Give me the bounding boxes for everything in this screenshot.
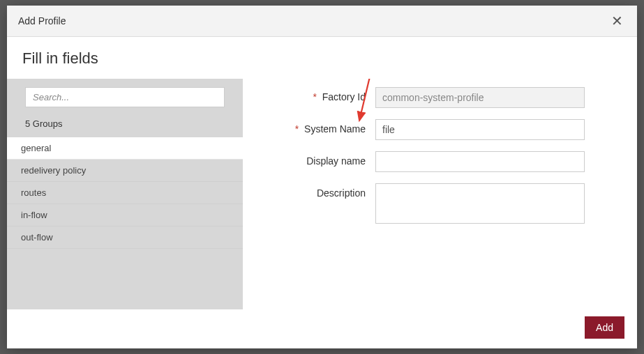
form-row-factory-id: * Factory Id (250, 87, 616, 108)
sidebar-item-routes[interactable]: routes (7, 182, 243, 204)
modal-header: Add Profile ✕ (7, 6, 637, 37)
groups-count: 5 Groups (7, 114, 243, 137)
form-area: * Factory Id * System Name Display name (243, 79, 637, 309)
modal-title: Add Profile (18, 15, 66, 26)
close-button[interactable]: ✕ (608, 14, 626, 28)
modal-body: Fill in fields 5 Groups general redelive… (7, 37, 637, 309)
sidebar-item-label: general (21, 143, 51, 153)
content-row: 5 Groups general redelivery policy route… (7, 79, 637, 309)
sidebar-item-label: out-flow (21, 232, 53, 243)
add-profile-modal: Add Profile ✕ Fill in fields 5 Groups ge… (7, 6, 637, 348)
label-text: System Name (304, 123, 366, 134)
description-input[interactable] (375, 183, 585, 224)
factory-id-input (375, 87, 585, 108)
add-button[interactable]: Add (585, 316, 624, 339)
required-asterisk: * (295, 123, 299, 134)
field-label: Description (250, 183, 375, 199)
search-wrap (7, 79, 243, 114)
sidebar-item-out-flow[interactable]: out-flow (7, 226, 243, 249)
field-label: * System Name (250, 119, 375, 134)
system-name-input[interactable] (375, 119, 585, 140)
sidebar-item-general[interactable]: general (7, 137, 243, 160)
field-label: Display name (250, 151, 375, 167)
sidebar-item-in-flow[interactable]: in-flow (7, 204, 243, 226)
label-text: Description (317, 187, 366, 199)
label-text: Factory Id (322, 91, 366, 102)
sidebar-item-redelivery-policy[interactable]: redelivery policy (7, 160, 243, 182)
field-label: * Factory Id (250, 87, 375, 102)
form-row-system-name: * System Name (250, 119, 616, 140)
modal-footer: Add (7, 309, 637, 348)
search-input[interactable] (25, 87, 225, 107)
display-name-input[interactable] (375, 151, 585, 172)
close-icon: ✕ (611, 13, 623, 29)
form-row-description: Description (250, 183, 616, 224)
required-asterisk: * (313, 91, 316, 102)
section-title: Fill in fields (7, 37, 637, 79)
form-row-display-name: Display name (250, 151, 616, 172)
label-text: Display name (306, 155, 366, 167)
sidebar-item-label: routes (21, 187, 46, 198)
sidebar: 5 Groups general redelivery policy route… (7, 79, 243, 309)
sidebar-item-label: redelivery policy (21, 165, 86, 176)
sidebar-item-label: in-flow (21, 210, 47, 220)
